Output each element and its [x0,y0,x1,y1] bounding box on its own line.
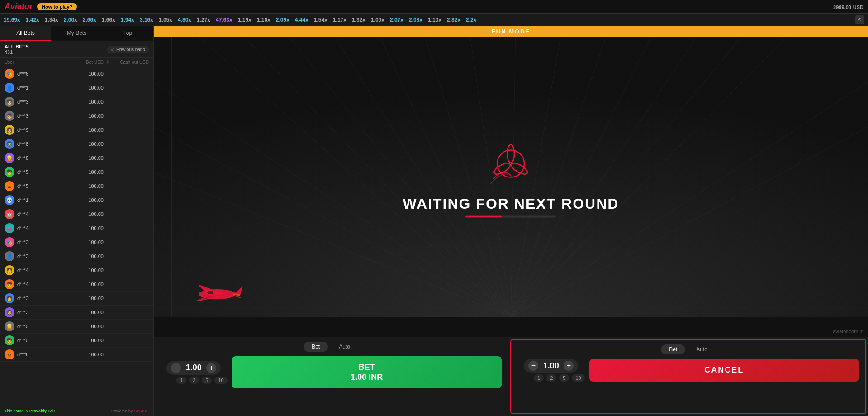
bet-row: 🧑 d***3 100.00 [0,95,153,109]
panel-tabs-1: Bet Auto [160,342,502,352]
bet-tab-1[interactable]: Bet [304,342,328,352]
amount-shortcuts-1: 1 2 5 10 [160,377,228,384]
stepper-plus-1[interactable]: + [206,363,216,373]
shortcut-2-2[interactable]: 2 [546,374,556,382]
bet-row: 👦 d***3 100.00 [0,109,153,123]
bet-amount: 100.00 [67,197,104,203]
bet-button-1[interactable]: BET 1.00 INR [232,356,502,388]
mult-item[interactable]: 1.42x [26,17,39,23]
mult-item[interactable]: 1.10x [428,17,441,23]
mult-item[interactable]: 1.32x [352,17,365,23]
sidebar-tab-mybets[interactable]: My Bets [51,26,102,41]
shortcut-10-2[interactable]: 10 [572,374,584,382]
stepper-minus-1[interactable]: − [171,363,181,373]
avatar: 🧔 [5,139,14,149]
balance-value: 2999.00 [833,5,851,10]
mult-item[interactable]: 1.05x [159,17,172,23]
bet-row: 🧔 d***8 100.00 [0,137,153,151]
bet-row: 🧒 d***5 100.00 [0,165,153,179]
propeller-icon [488,141,533,186]
bet-amount: 100.00 [67,338,104,343]
mult-item[interactable]: 1.19x [238,17,251,23]
mult-item[interactable]: 2.82x [447,17,460,23]
progress-fill [465,215,502,217]
mult-item[interactable]: 2.03x [409,17,422,23]
history-icon[interactable]: ⏱ [855,15,864,24]
mult-item[interactable]: 4.80x [178,17,191,23]
mult-item[interactable]: 3.16x [140,17,153,23]
avatar: 🎃 [5,349,14,359]
mult-item[interactable]: 2.00x [64,17,77,23]
prev-hand-label: Previous hand [116,47,145,52]
stepper-plus-2[interactable]: + [564,361,574,371]
bet-row: 🎭 d***3 100.00 [0,235,153,249]
mult-item[interactable]: 1.66x [102,17,115,23]
avatar: 🧒 [5,335,14,345]
mult-item[interactable]: 4.44x [295,17,308,23]
powered-by: Powered by SPRIBE [111,409,149,413]
username: d***4 [17,211,67,217]
prev-hand-button[interactable]: ◁ Previous hand [107,46,149,53]
bet-row: 👤 d***3 100.00 [0,249,153,263]
stepper-value-1: 1.00 [185,363,203,373]
shortcut-2-1[interactable]: 2 [189,377,199,384]
game-canvas: WAITING FOR NEXT ROUND [154,37,868,337]
avatar: 🧑 [5,97,14,107]
bet-amount: 100.00 [67,324,104,329]
logo: Aviator [5,2,33,11]
mult-item[interactable]: 1.34x [45,17,58,23]
username: d***5 [17,169,67,175]
mult-item[interactable]: 47.63x [216,17,232,23]
shortcut-1-2[interactable]: 1 [534,374,544,382]
sidebar: All Bets My Bets Top ALL BETS 431 ◁ Prev… [0,26,154,416]
how-to-play-button[interactable]: How to play? [37,3,77,10]
mult-item[interactable]: 1.54x [314,17,327,23]
bet-row: 🎃 d***5 100.00 [0,179,153,193]
mult-item[interactable]: 1.17x [333,17,346,23]
shortcut-1-1[interactable]: 1 [176,377,186,384]
bet-amount: 100.00 [67,169,104,175]
shortcut-10-1[interactable]: 10 [214,377,227,384]
username: d***0 [17,324,67,329]
auto-tab-2[interactable]: Auto [688,344,716,354]
col-x-header: X [104,60,113,65]
bet-amount: 100.00 [67,99,104,105]
avatar: 👤 [5,83,14,93]
bets-list: 🎭 d***6 100.00 👤 d***1 100.00 🧑 d***3 10… [0,67,153,406]
mult-item[interactable]: 1.94x [121,17,134,23]
bet-amount: 100.00 [67,113,104,119]
bet-row: 👩 d***3 100.00 [0,292,153,306]
bet-row: 👱 d***8 100.00 [0,151,153,165]
bet-amount: 100.00 [67,310,104,315]
username: d***3 [17,253,67,259]
panel-tabs-2: Bet Auto [517,344,859,354]
mult-item[interactable]: 2.09x [276,17,289,23]
cancel-button[interactable]: CANCEL [589,359,859,382]
sidebar-tab-allbets[interactable]: All Bets [0,26,51,41]
website-tag: aviator.com.in [833,329,863,334]
shortcut-5-1[interactable]: 5 [202,377,212,384]
username: d***6 [17,352,67,357]
mult-item[interactable]: 2.07x [390,17,403,23]
bet-amount: 100.00 [67,296,104,301]
bet-row: 👦 d***4 100.00 [0,277,153,292]
mult-item[interactable]: 19.69x [4,17,20,23]
username: d***3 [17,296,67,301]
auto-tab-1[interactable]: Auto [331,342,358,352]
svg-line-31 [233,294,240,295]
stepper-minus-2[interactable]: − [528,361,538,371]
mult-item[interactable]: 1.00x [371,17,384,23]
shortcut-5-2[interactable]: 5 [559,374,569,382]
sidebar-footer: This game is Provably Fair Powered by SP… [0,406,153,416]
mult-item[interactable]: 2.2x [466,17,476,23]
sidebar-tab-top[interactable]: Top [102,26,153,41]
bet-amount: 100.00 [67,239,104,245]
mult-item[interactable]: 1.10x [257,17,270,23]
mult-item[interactable]: 2.66x [83,17,96,23]
bet-tab-2[interactable]: Bet [661,344,685,354]
username: d***9 [17,127,67,133]
sidebar-header: ALL BETS 431 ◁ Previous hand [0,41,153,58]
mult-item[interactable]: 1.27x [197,17,210,23]
username: d***8 [17,141,67,147]
multiplier-bar: 19.69x 1.42x 1.34x 2.00x 2.66x 1.66x 1.9… [0,14,868,26]
